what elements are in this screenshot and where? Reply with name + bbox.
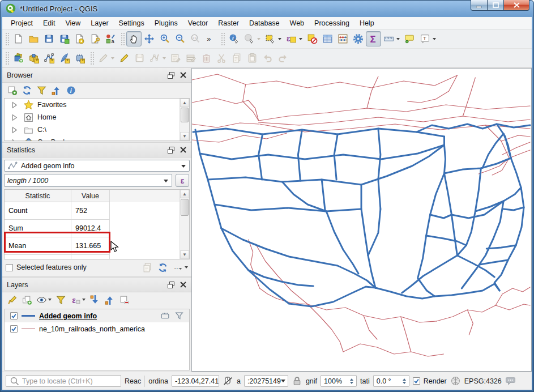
maximize-button[interactable] bbox=[488, 0, 503, 11]
menu-layer[interactable]: Layer bbox=[86, 18, 113, 28]
locator-input[interactable] bbox=[22, 377, 118, 385]
text-annotation-button[interactable]: T bbox=[417, 31, 433, 46]
minimize-button[interactable] bbox=[471, 0, 488, 11]
stat-row-median[interactable]: Median102.572 bbox=[5, 255, 189, 259]
remove-layer-button[interactable] bbox=[119, 295, 130, 305]
layer-row-ne-10m-railroads-north-america[interactable]: ne_10m_railroads_north_america bbox=[5, 322, 189, 335]
selected-features-only-row[interactable]: Selected features only bbox=[6, 263, 87, 271]
toolbar-grip[interactable] bbox=[121, 32, 125, 46]
menu-raster[interactable]: Raster bbox=[213, 18, 244, 28]
menu-web[interactable]: Web bbox=[285, 18, 309, 28]
menu-edit[interactable]: Edit bbox=[38, 18, 61, 28]
browser-scrollbar[interactable]: ▲▼ bbox=[180, 99, 189, 140]
render-checkbox[interactable] bbox=[413, 377, 420, 385]
expand-arrow-icon[interactable] bbox=[9, 112, 20, 123]
close-panel-icon[interactable] bbox=[178, 70, 188, 80]
menu-view[interactable]: View bbox=[60, 18, 86, 28]
browser-panel-header[interactable]: Browser bbox=[2, 68, 191, 83]
selected-features-only-checkbox[interactable] bbox=[6, 264, 13, 271]
save-project-button[interactable] bbox=[41, 31, 57, 46]
toolbar-grip[interactable] bbox=[5, 52, 9, 65]
layers-panel-header[interactable]: Layers bbox=[2, 278, 191, 292]
show-layout-manager-button[interactable] bbox=[87, 31, 102, 46]
processing-toolbox-button[interactable] bbox=[351, 31, 366, 46]
scroll-down-arrow[interactable]: ▼ bbox=[180, 250, 189, 259]
style-manager-button[interactable]: a bbox=[102, 31, 118, 46]
new-shapefile-layer-button[interactable]: * bbox=[41, 50, 57, 66]
menu-processing[interactable]: Processing bbox=[309, 18, 354, 28]
open-layer-styling-button[interactable] bbox=[7, 295, 18, 305]
filter-by-expression-button[interactable]: ε bbox=[70, 295, 86, 305]
magnifier-spinbox[interactable]: 100% bbox=[321, 375, 357, 387]
statistical-summary-button[interactable]: Σ bbox=[366, 31, 381, 46]
select-by-expression-button[interactable]: ε bbox=[284, 31, 299, 46]
float-panel-icon[interactable] bbox=[166, 145, 176, 155]
expression-builder-button[interactable]: ε bbox=[176, 174, 189, 187]
rotation-spinbox[interactable]: 0.0 ° bbox=[373, 375, 409, 387]
menu-settings[interactable]: Settings bbox=[114, 18, 149, 28]
scroll-up-arrow[interactable]: ▲ bbox=[180, 190, 189, 198]
float-panel-icon[interactable] bbox=[166, 70, 176, 80]
map-canvas[interactable] bbox=[191, 68, 532, 372]
crs-globe-icon[interactable] bbox=[450, 376, 461, 386]
deselect-features-button[interactable] bbox=[305, 31, 320, 46]
enable-properties-widget-button[interactable]: i bbox=[66, 85, 76, 96]
memory-layer-icon[interactable] bbox=[160, 310, 170, 321]
toggle-editing-button[interactable] bbox=[117, 50, 132, 66]
zoom-in-button[interactable] bbox=[157, 31, 172, 46]
menu-project[interactable]: Project bbox=[6, 18, 38, 28]
scale-combo[interactable]: :20275149 bbox=[244, 375, 288, 387]
messages-icon[interactable] bbox=[505, 376, 516, 386]
browser-item-geopackage[interactable]: GeoPackage bbox=[5, 136, 189, 141]
menu-help[interactable]: Help bbox=[354, 18, 379, 28]
pan-to-selection-button[interactable] bbox=[142, 31, 157, 46]
layer-visibility-checkbox[interactable] bbox=[10, 325, 18, 333]
collapse-all-button[interactable] bbox=[104, 295, 115, 305]
expand-arrow-icon[interactable] bbox=[9, 125, 20, 135]
lock-scale-icon[interactable] bbox=[292, 376, 302, 386]
close-panel-icon[interactable] bbox=[178, 280, 188, 290]
new-project-button[interactable] bbox=[11, 31, 26, 46]
new-print-layout-button[interactable] bbox=[72, 31, 87, 46]
menu-database[interactable]: Database bbox=[244, 18, 285, 28]
spinner-arrows[interactable] bbox=[400, 378, 406, 384]
menu-plugins[interactable]: Plugins bbox=[149, 18, 183, 28]
filter-icon[interactable] bbox=[174, 310, 185, 321]
statistics-layer-combo[interactable]: Added geom info bbox=[4, 160, 190, 172]
filter-browser-button[interactable] bbox=[36, 85, 47, 96]
column-header[interactable]: Statistic bbox=[5, 190, 71, 202]
filter-legend-button[interactable] bbox=[55, 295, 66, 305]
new-geopackage-layer-button[interactable]: * bbox=[26, 50, 41, 66]
manage-map-themes-button[interactable] bbox=[36, 295, 52, 305]
statistics-scrollbar[interactable]: ▲▼ bbox=[180, 190, 189, 259]
browser-item-home[interactable]: Home bbox=[5, 111, 189, 123]
statistics-panel-header[interactable]: Statistics bbox=[2, 143, 191, 157]
measure-button[interactable] bbox=[381, 31, 396, 46]
add-group-button[interactable] bbox=[22, 295, 32, 305]
new-spatialite-layer-button[interactable]: * bbox=[57, 50, 72, 66]
statistics-options-button[interactable]: … bbox=[173, 262, 188, 273]
zoom-out-button[interactable] bbox=[172, 31, 187, 46]
browser-item-c[interactable]: C:\ bbox=[5, 123, 189, 136]
scroll-down-arrow[interactable]: ▼ bbox=[180, 132, 189, 140]
menu-vector[interactable]: Vector bbox=[183, 18, 213, 28]
identify-features-button[interactable]: i bbox=[227, 31, 242, 46]
float-panel-icon[interactable] bbox=[166, 280, 176, 290]
column-header[interactable]: Value bbox=[71, 190, 110, 202]
new-virtual-layer-button[interactable]: * bbox=[72, 50, 87, 66]
spinner-arrows[interactable] bbox=[348, 378, 353, 384]
toolbar-overflow-button[interactable]: » bbox=[203, 31, 218, 46]
toolbar-grip[interactable] bbox=[5, 32, 9, 46]
coordinate-field[interactable]: -123.04,27.41 bbox=[172, 375, 219, 387]
crs-status-label[interactable]: EPSG:4326 bbox=[464, 377, 502, 385]
close-button[interactable] bbox=[503, 0, 529, 11]
browser-item-favorites[interactable]: Favorites bbox=[5, 99, 189, 111]
scrollbar-thumb[interactable] bbox=[181, 108, 189, 122]
map-tips-button[interactable] bbox=[402, 31, 417, 46]
open-data-source-manager-button[interactable] bbox=[11, 50, 26, 66]
save-project-as-button[interactable] bbox=[57, 31, 72, 46]
recalculate-statistics-button[interactable] bbox=[157, 262, 168, 273]
title-bar[interactable]: *Untitled Project - QGIS bbox=[0, 0, 534, 17]
expand-arrow-icon[interactable] bbox=[9, 100, 20, 110]
open-attribute-table-button[interactable] bbox=[320, 31, 335, 46]
